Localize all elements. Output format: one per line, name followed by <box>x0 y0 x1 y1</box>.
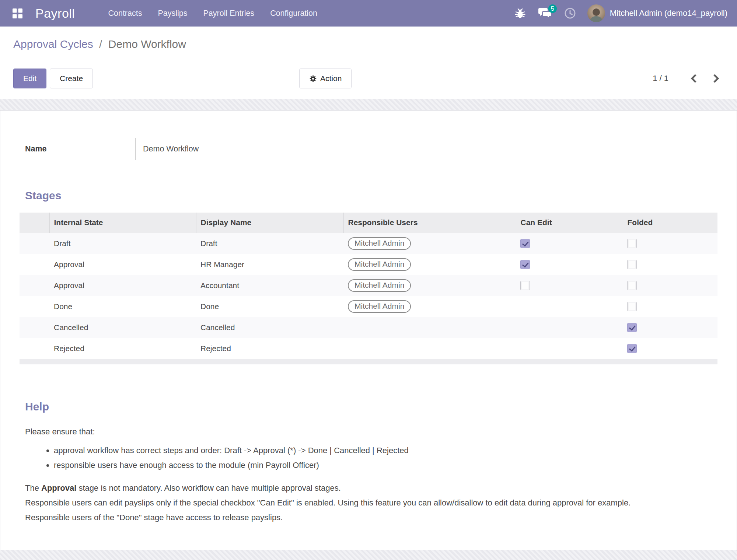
menu-payslips[interactable]: Payslips <box>158 9 187 18</box>
name-field-value: Demo Workflow <box>136 144 199 154</box>
column-header-folded[interactable]: Folded <box>623 213 717 233</box>
help-bullet: responsible users have enough access to … <box>54 458 717 473</box>
user-tag: Mitchell Admin <box>348 300 411 313</box>
folded-cell <box>623 233 717 254</box>
help-intro: Please ensure that: <box>25 426 717 437</box>
user-photo <box>587 6 605 22</box>
message-count-badge: 5 <box>548 4 557 13</box>
breadcrumb-separator: / <box>96 38 105 50</box>
checkbox-checked <box>520 239 530 248</box>
systray: 5 Mitchell Admin (demo14_payroll) <box>508 0 727 27</box>
help-bullet: approval workflow has correct steps and … <box>54 443 717 458</box>
menu-configuration[interactable]: Configuration <box>270 9 317 18</box>
chevron-left-icon <box>690 74 698 83</box>
grid-icon <box>13 8 22 18</box>
can-edit-cell <box>516 254 623 275</box>
checkbox-unchecked <box>520 281 530 290</box>
drag-handle-cell <box>20 296 49 317</box>
main-menu: ContractsPayslipsPayroll EntriesConfigur… <box>108 9 317 18</box>
stages-table: Internal StateDisplay NameResponsible Us… <box>20 213 717 364</box>
pager-value: 1 / 1 <box>653 74 668 83</box>
drag-handle-cell <box>20 317 49 338</box>
name-field-row: Name Demo Workflow <box>25 138 717 160</box>
responsible-users-cell: Mitchell Admin <box>343 254 516 275</box>
create-button[interactable]: Create <box>50 69 93 88</box>
folded-cell <box>623 296 717 317</box>
debug-menu-button[interactable] <box>508 0 532 27</box>
user-menu[interactable]: Mitchell Admin (demo14_payroll) <box>610 8 727 18</box>
column-header-responsible-users[interactable]: Responsible Users <box>343 213 516 233</box>
responsible-users-cell <box>343 317 516 338</box>
stage-row-accountant[interactable]: ApprovalAccountantMitchell Admin <box>20 275 717 296</box>
stages-table-footer <box>20 359 717 364</box>
activities-menu-button[interactable] <box>558 0 582 27</box>
can-edit-cell <box>516 317 623 338</box>
drag-handle-cell <box>20 254 49 275</box>
display-name-cell: HR Manager <box>196 254 343 275</box>
help-paragraph-2: Responsible users can edit payslips only… <box>25 496 717 510</box>
column-header-handle <box>20 213 49 233</box>
help-paragraph-3: Responsible users of the "Done" stage ha… <box>25 510 717 525</box>
drag-handle-cell <box>20 233 49 254</box>
pager-next-button[interactable] <box>710 71 722 85</box>
avatar[interactable] <box>587 4 605 22</box>
control-panel: Approval Cycles / Demo Workflow Edit Cre… <box>0 27 737 99</box>
checkbox-unchecked <box>627 260 637 269</box>
responsible-users-cell: Mitchell Admin <box>343 296 516 317</box>
folded-cell <box>623 254 717 275</box>
column-header-display-name[interactable]: Display Name <box>196 213 343 233</box>
messages-menu-button[interactable]: 5 <box>532 0 558 27</box>
help-section-title: Help <box>25 401 717 412</box>
checkbox-checked <box>627 323 637 332</box>
column-header-can-edit[interactable]: Can Edit <box>516 213 623 233</box>
checkbox-unchecked <box>627 302 637 311</box>
folded-cell <box>623 275 717 296</box>
user-tag: Mitchell Admin <box>348 279 411 292</box>
checkbox-checked <box>520 260 530 269</box>
help-text: Please ensure that: approval workflow ha… <box>25 426 717 525</box>
stage-row-draft[interactable]: DraftDraftMitchell Admin <box>20 233 717 254</box>
folded-cell <box>623 317 717 338</box>
can-edit-cell <box>516 296 623 317</box>
display-name-cell: Cancelled <box>196 317 343 338</box>
top-navbar: Payroll ContractsPayslipsPayroll Entries… <box>0 0 737 27</box>
column-header-internal-state[interactable]: Internal State <box>49 213 196 233</box>
stage-row-cancelled[interactable]: CancelledCancelled <box>20 317 717 338</box>
menu-contracts[interactable]: Contracts <box>108 9 142 18</box>
internal-state-cell: Draft <box>49 233 196 254</box>
breadcrumb-approval-cycles[interactable]: Approval Cycles <box>13 38 93 50</box>
display-name-cell: Draft <box>196 233 343 254</box>
display-name-cell: Rejected <box>196 338 343 359</box>
action-button[interactable]: Action <box>299 69 352 88</box>
pager-previous-button[interactable] <box>688 71 700 85</box>
button-row: Edit Create Action 1 / 1 <box>13 69 724 88</box>
stages-table-header: Internal StateDisplay NameResponsible Us… <box>20 213 717 233</box>
name-field-label: Name <box>25 138 136 160</box>
bug-icon <box>514 7 526 19</box>
internal-state-cell: Done <box>49 296 196 317</box>
app-title[interactable]: Payroll <box>35 6 75 21</box>
help-bullet-list: approval workflow has correct steps and … <box>25 443 717 473</box>
breadcrumb: Approval Cycles / Demo Workflow <box>13 36 724 52</box>
internal-state-cell: Cancelled <box>49 317 196 338</box>
internal-state-cell: Approval <box>49 275 196 296</box>
responsible-users-cell: Mitchell Admin <box>343 275 516 296</box>
can-edit-cell <box>516 338 623 359</box>
stage-row-done[interactable]: DoneDoneMitchell Admin <box>20 296 717 317</box>
stages-section-title: Stages <box>25 190 717 201</box>
stage-row-rejected[interactable]: RejectedRejected <box>20 338 717 359</box>
checkbox-unchecked <box>627 281 637 290</box>
form-sheet: Name Demo Workflow Stages Internal State… <box>0 110 737 550</box>
apps-menu-icon[interactable] <box>9 5 26 22</box>
chevron-right-icon <box>712 74 720 83</box>
stage-row-hr-manager[interactable]: ApprovalHR ManagerMitchell Admin <box>20 254 717 275</box>
gear-icon <box>309 75 317 83</box>
action-button-label: Action <box>320 74 342 83</box>
internal-state-cell: Approval <box>49 254 196 275</box>
can-edit-cell <box>516 233 623 254</box>
edit-button[interactable]: Edit <box>13 69 46 88</box>
drag-handle-cell <box>20 275 49 296</box>
internal-state-cell: Rejected <box>49 338 196 359</box>
menu-payroll-entries[interactable]: Payroll Entries <box>203 9 255 18</box>
responsible-users-cell: Mitchell Admin <box>343 233 516 254</box>
